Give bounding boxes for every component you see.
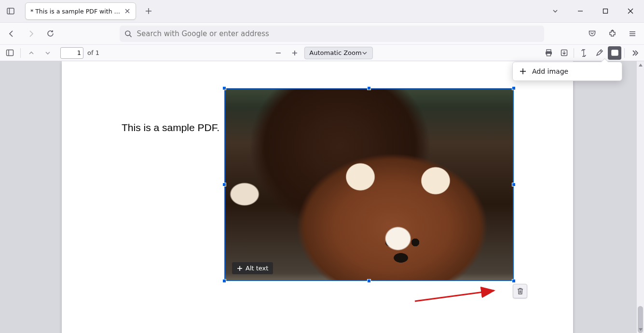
- svg-rect-0: [7, 8, 14, 14]
- delete-image-button[interactable]: [513, 284, 527, 298]
- window-close-icon: [628, 8, 633, 14]
- nav-right: [584, 26, 640, 41]
- scroll-down-button[interactable]: [637, 326, 644, 333]
- chevron-down-icon: [362, 50, 368, 56]
- download-button[interactable]: [557, 46, 571, 60]
- alt-text-label: Alt text: [246, 265, 268, 272]
- inserted-image[interactable]: [224, 88, 514, 281]
- plus-icon: [291, 50, 298, 56]
- window-maximize-button[interactable]: [599, 4, 612, 18]
- image-tool-icon: [611, 49, 619, 57]
- resize-handle-middle-right[interactable]: [512, 183, 516, 186]
- search-icon: [124, 30, 132, 38]
- titlebar-right: [548, 4, 640, 18]
- zoom-controls: Automatic Zoom: [271, 46, 372, 60]
- text-tool-button[interactable]: [577, 46, 590, 60]
- resize-handle-top-right[interactable]: [512, 86, 516, 90]
- window-minimize-button[interactable]: [574, 4, 587, 18]
- separator: [624, 48, 625, 58]
- pocket-icon: [588, 29, 596, 38]
- reload-icon: [46, 29, 55, 38]
- svg-marker-39: [639, 328, 643, 331]
- chevron-down-icon: [44, 50, 51, 56]
- new-tab-button[interactable]: [141, 3, 156, 19]
- draw-tool-button[interactable]: [592, 46, 606, 60]
- toggle-sidebar-icon: [6, 49, 14, 57]
- next-page-button[interactable]: [41, 46, 55, 60]
- chevron-up-icon: [28, 50, 35, 56]
- navbar: [0, 23, 644, 45]
- titlebar: * This is a sample PDF with an imag: [0, 0, 644, 23]
- add-image-label: Add image: [532, 67, 568, 75]
- pdf-toolbar: of 1 Automatic Zoom: [0, 45, 644, 61]
- print-button[interactable]: [542, 46, 555, 60]
- zoom-in-button[interactable]: [288, 46, 301, 60]
- zoom-out-button[interactable]: [271, 46, 285, 60]
- chevron-down-icon: [552, 8, 559, 14]
- svg-rect-7: [603, 9, 608, 13]
- print-icon: [545, 49, 553, 57]
- pdf-canvas-area[interactable]: This is a sample PDF. Alt text: [0, 61, 637, 333]
- separator: [574, 48, 574, 58]
- resize-handle-top-middle[interactable]: [367, 86, 371, 90]
- back-icon: [7, 29, 16, 38]
- alt-text-button[interactable]: Alt text: [232, 262, 273, 274]
- page-count-label: of 1: [87, 49, 99, 56]
- window-maximize-icon: [603, 8, 608, 14]
- trash-icon: [517, 287, 524, 295]
- address-bar[interactable]: [120, 26, 544, 42]
- tab-title: * This is a sample PDF with an imag: [30, 8, 121, 15]
- svg-line-27: [600, 51, 602, 52]
- address-input[interactable]: [137, 29, 539, 38]
- list-all-tabs-button[interactable]: [548, 4, 562, 18]
- image-tool-dropdown: Add image: [512, 62, 622, 81]
- more-tools-button[interactable]: [628, 46, 641, 60]
- app-menu-button[interactable]: [625, 26, 640, 41]
- window-close-button[interactable]: [624, 4, 637, 18]
- pdf-body-text: This is a sample PDF.: [122, 122, 219, 133]
- menu-icon: [629, 30, 636, 38]
- extensions-button[interactable]: [604, 26, 620, 41]
- reload-button[interactable]: [42, 26, 58, 41]
- text-tool-icon: [580, 49, 588, 57]
- svg-rect-23: [547, 53, 550, 56]
- forward-button[interactable]: [23, 26, 39, 41]
- plus-icon: [145, 8, 152, 14]
- save-to-pocket-button[interactable]: [584, 26, 600, 41]
- more-icon: [630, 49, 638, 57]
- scroll-up-button[interactable]: [637, 61, 644, 68]
- firefox-view-button[interactable]: [4, 4, 17, 18]
- window-minimize-icon: [577, 8, 583, 14]
- browser-tab[interactable]: * This is a sample PDF with an imag: [25, 2, 136, 20]
- zoom-select[interactable]: Automatic Zoom: [304, 47, 372, 59]
- svg-point-10: [125, 31, 130, 36]
- resize-handle-top-left[interactable]: [222, 86, 226, 90]
- pdf-page[interactable]: This is a sample PDF. Alt text: [62, 61, 573, 333]
- vertical-scrollbar[interactable]: [637, 61, 644, 333]
- minus-icon: [274, 50, 281, 56]
- inserted-image-selection[interactable]: Alt text: [224, 88, 514, 281]
- svg-rect-16: [6, 50, 13, 56]
- draw-tool-icon: [595, 49, 603, 57]
- tab-close-button[interactable]: [124, 7, 131, 15]
- resize-handle-bottom-middle[interactable]: [367, 279, 371, 283]
- separator: [20, 48, 21, 58]
- page-number-control: of 1: [60, 47, 99, 59]
- extensions-icon: [608, 29, 617, 38]
- back-button[interactable]: [4, 26, 19, 41]
- image-tool-button[interactable]: [608, 46, 621, 60]
- previous-page-button[interactable]: [25, 46, 38, 60]
- chevron-up-icon: [638, 63, 643, 67]
- close-icon: [124, 8, 130, 14]
- toggle-sidebar-button[interactable]: [3, 46, 16, 60]
- resize-handle-bottom-right[interactable]: [512, 279, 516, 283]
- svg-line-11: [130, 35, 132, 37]
- add-image-item[interactable]: Add image: [513, 62, 622, 80]
- resize-handle-bottom-left[interactable]: [222, 279, 226, 283]
- resize-handle-middle-left[interactable]: [222, 183, 226, 186]
- forward-icon: [27, 29, 35, 38]
- download-icon: [560, 49, 568, 57]
- svg-rect-21: [547, 50, 551, 52]
- zoom-select-label: Automatic Zoom: [309, 49, 361, 56]
- page-number-input[interactable]: [60, 47, 83, 59]
